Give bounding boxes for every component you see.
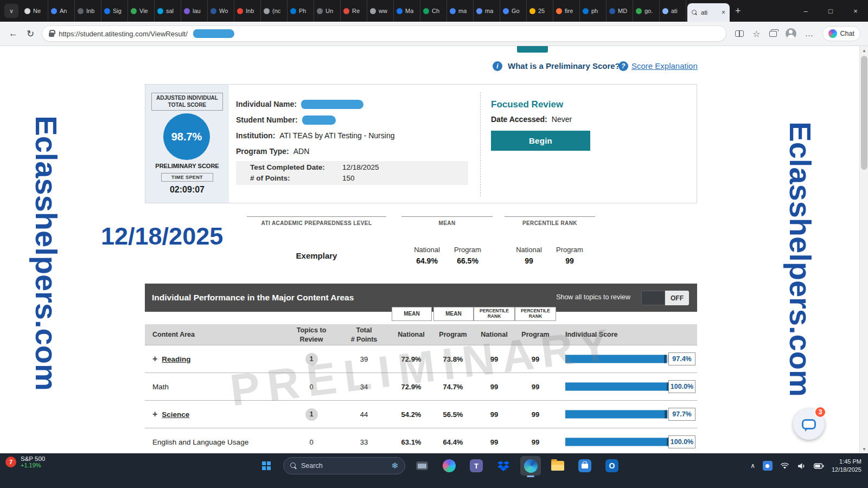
pr-program-label: Program [548, 246, 591, 254]
favorites-star-icon[interactable]: ☆ [752, 29, 760, 39]
begin-button[interactable]: Begin [491, 131, 590, 151]
tray-chevron-icon[interactable]: ∧ [750, 462, 755, 470]
active-tab[interactable]: ati × [687, 3, 730, 22]
date-accessed-label: Date Accessed: [491, 115, 547, 124]
program-value: ADN [293, 147, 310, 156]
browser-tab[interactable]: 25 [527, 0, 553, 22]
performance-section: Individual Performance in the Major Cont… [145, 284, 697, 453]
table-row: + Science 1 44 54.2% 56.5% 99 99 97.7% [145, 401, 697, 428]
maximize-button[interactable]: □ [818, 0, 843, 22]
widget-badge: 7 [5, 457, 16, 467]
completed-date-row: Test Completed Date: 12/18/2025 [250, 162, 468, 173]
browser-tab[interactable]: Ma [394, 0, 420, 22]
scroll-up-arrow[interactable]: ▲ [860, 46, 868, 55]
dropbox-app-icon[interactable] [493, 456, 514, 476]
tab-search-icon[interactable]: ∨ [4, 4, 18, 18]
content-area-link[interactable]: Reading [162, 355, 190, 363]
tab-label: 25 [538, 8, 545, 14]
volume-icon[interactable] [797, 463, 806, 470]
wifi-icon[interactable] [780, 463, 789, 470]
split-screen-icon[interactable] [735, 30, 744, 37]
copilot-app-icon[interactable] [439, 456, 459, 476]
teams-app-icon[interactable]: T [466, 456, 487, 476]
points-row: # of Points: 150 [250, 173, 468, 184]
chat-widget-button[interactable]: 3 [793, 408, 825, 440]
stock-widget[interactable]: 7 S&P 500 +1.19% [5, 455, 45, 468]
browser-tab[interactable]: Go [500, 0, 527, 22]
browser-tab[interactable]: Ne [22, 0, 48, 22]
preliminary-score-link[interactable]: What is a Preliminary Score? [508, 61, 620, 70]
desktop-app-icon[interactable] [412, 456, 432, 476]
tab-favicon [157, 8, 163, 14]
browser-tab[interactable]: ww [367, 0, 394, 22]
tab-label: Un [326, 8, 333, 14]
browser-tab[interactable]: Inb [234, 0, 261, 22]
browser-tab[interactable]: fire [553, 0, 580, 22]
browser-tab[interactable]: go. [633, 0, 660, 22]
close-button[interactable]: × [843, 0, 868, 22]
refresh-button[interactable]: ↻ [27, 28, 34, 40]
browser-tab[interactable]: Sig [101, 0, 128, 22]
name-redaction [301, 100, 363, 109]
browser-tab[interactable]: Wo [208, 0, 234, 22]
active-tab-label: ati [701, 9, 707, 16]
battery-icon[interactable] [814, 463, 824, 469]
browser-tab[interactable]: Ch [420, 0, 447, 22]
minimize-button[interactable]: – [793, 0, 818, 22]
individual-score-value: 100.0% [668, 435, 695, 448]
tab-label: Re [352, 8, 360, 14]
collections-icon[interactable] [769, 31, 777, 37]
mean-national-cell: 63.1% [395, 428, 427, 453]
browser-tab[interactable]: ph [580, 0, 607, 22]
tray-teams-icon[interactable] [763, 461, 773, 471]
completed-value: 12/18/2025 [342, 162, 379, 173]
browser-tab[interactable]: MD [607, 0, 633, 22]
topics-badge: 1 [305, 408, 318, 421]
browser-tab[interactable]: Inb [75, 0, 101, 22]
settings-more-icon[interactable]: … [805, 29, 814, 38]
pr-national-cell: 99 [478, 428, 510, 453]
url-redaction [193, 29, 234, 38]
points-cell: 34 [348, 373, 380, 400]
start-button[interactable] [256, 456, 277, 476]
tab-close-icon[interactable]: × [722, 9, 725, 16]
browser-tab[interactable]: An [48, 0, 75, 22]
profile-avatar[interactable] [786, 28, 796, 39]
clock-date: 12/18/2025 [832, 466, 861, 474]
show-topics-toggle[interactable]: OFF [641, 291, 689, 305]
taskbar-clock[interactable]: 1:45 PM 12/18/2025 [832, 458, 861, 474]
browser-tab[interactable]: Ph [288, 0, 314, 22]
scroll-down-arrow[interactable]: ▼ [860, 445, 868, 453]
browser-tab[interactable]: (nc [261, 0, 288, 22]
preliminary-score-label: PRELIMINARY SCORE [145, 163, 229, 169]
browser-tab[interactable]: ma [447, 0, 474, 22]
edge-app-icon[interactable] [520, 456, 541, 476]
browser-tab[interactable]: ati [660, 0, 686, 22]
browser-tab[interactable]: lau [181, 0, 208, 22]
partial-button[interactable] [517, 46, 548, 53]
back-button[interactable]: ← [9, 28, 18, 39]
content-area-link[interactable]: Science [162, 410, 189, 419]
snowflake-icon: ❄ [391, 461, 398, 471]
browser-tab[interactable]: Re [341, 0, 367, 22]
scrollbar-thumb[interactable] [861, 56, 867, 170]
new-tab-button[interactable]: + [735, 6, 741, 16]
outlook-app-icon[interactable]: O [602, 456, 622, 476]
taskbar-search[interactable]: Search ❄ [283, 457, 405, 474]
score-explanation-link[interactable]: Score Explanation [631, 61, 698, 70]
tab-label: An [60, 8, 67, 14]
expand-plus-icon[interactable]: + [152, 409, 157, 419]
file-explorer-icon[interactable] [547, 456, 568, 476]
tab-label: Wo [219, 8, 228, 14]
browser-tab[interactable]: ma [474, 0, 500, 22]
store-app-icon[interactable] [575, 456, 595, 476]
copilot-chat-button[interactable]: Chat [822, 26, 860, 41]
address-bar[interactable]: https://student.atitesting.com/ViewResul… [42, 25, 726, 42]
focused-review-title: Focused Review [491, 99, 563, 110]
browser-tab[interactable]: sal [155, 0, 181, 22]
browser-tab[interactable]: Un [314, 0, 341, 22]
tab-label: MD [618, 8, 627, 14]
lock-icon[interactable] [49, 33, 54, 37]
browser-tab[interactable]: Vie [128, 0, 155, 22]
expand-plus-icon[interactable]: + [152, 354, 157, 364]
